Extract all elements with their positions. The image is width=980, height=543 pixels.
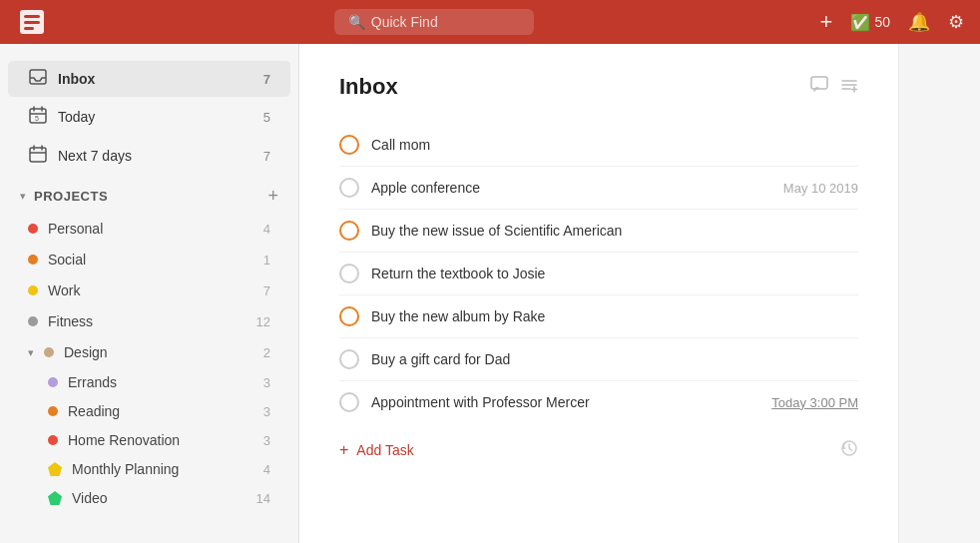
today-count: 5 [263, 110, 270, 125]
task-complete-button[interactable] [339, 178, 359, 198]
sidebar-item-design[interactable]: ▾ Design 2 [8, 337, 290, 367]
search-bar[interactable]: 🔍 Quick Find [48, 9, 820, 35]
task-date: Today 3:00 PM [771, 395, 858, 410]
task-text: Buy a gift card for Dad [371, 351, 846, 367]
main-header: Inbox [339, 74, 858, 100]
inbox-label: Inbox [58, 71, 253, 87]
sidebar-item-today[interactable]: 5 Today 5 [8, 98, 290, 136]
task-text: Call mom [371, 137, 846, 153]
task-text: Appointment with Professor Mercer [371, 394, 759, 410]
monthly-planning-count: 4 [263, 462, 270, 477]
add-task-row[interactable]: + Add Task [339, 427, 858, 473]
errands-label: Errands [68, 374, 253, 390]
svg-rect-2 [24, 21, 40, 24]
projects-label: Projects [34, 189, 259, 204]
home-renovation-label: Home Renovation [68, 432, 253, 448]
video-label: Video [72, 490, 246, 506]
task-text: Return the textbook to Josie [371, 266, 846, 281]
social-label: Social [48, 252, 253, 268]
karma-button[interactable]: ✅ 50 [850, 13, 890, 32]
fitness-dot [28, 316, 38, 326]
table-row: Apple conference May 10 2019 [339, 167, 858, 210]
task-text: Buy the new album by Rake [371, 308, 846, 324]
svg-rect-4 [30, 70, 46, 84]
search-icon: 🔍 [348, 14, 365, 30]
task-complete-button[interactable] [339, 135, 359, 155]
header-actions: + ✅ 50 🔔 ⚙ [820, 9, 964, 35]
monthly-planning-label: Monthly Planning [72, 461, 253, 477]
more-options-button[interactable] [840, 76, 858, 99]
sidebar: Inbox 7 5 Today 5 Next 7 days 7 ▾ Projec… [0, 44, 299, 543]
projects-section-header[interactable]: ▾ Projects + [0, 176, 298, 213]
personal-count: 4 [263, 222, 270, 237]
task-date: May 10 2019 [783, 181, 858, 196]
social-count: 1 [263, 253, 270, 268]
video-count: 14 [256, 491, 270, 506]
social-dot [28, 255, 38, 265]
sidebar-item-personal[interactable]: Personal 4 [8, 214, 290, 244]
table-row: Buy the new album by Rake [339, 295, 858, 338]
svg-rect-10 [30, 148, 46, 162]
main-header-actions [810, 76, 858, 99]
table-row: Return the textbook to Josie [339, 253, 858, 295]
errands-count: 3 [263, 375, 270, 390]
svg-rect-1 [24, 15, 40, 18]
add-task-label: Add Task [356, 442, 413, 458]
table-row: Appointment with Professor Mercer Today … [339, 381, 858, 423]
reading-label: Reading [68, 403, 253, 419]
task-complete-button[interactable] [339, 221, 359, 241]
task-complete-button[interactable] [339, 264, 359, 283]
task-complete-button[interactable] [339, 349, 359, 369]
home-renovation-count: 3 [263, 433, 270, 448]
monthly-planning-dot [48, 462, 62, 476]
errands-dot [48, 377, 58, 387]
next7-count: 7 [263, 149, 270, 164]
personal-label: Personal [48, 221, 253, 237]
history-icon[interactable] [840, 439, 858, 461]
karma-count: 50 [874, 14, 890, 30]
sidebar-item-monthly-planning[interactable]: Monthly Planning 4 [8, 455, 290, 483]
home-renovation-dot [48, 435, 58, 445]
app-header: 🔍 Quick Find + ✅ 50 🔔 ⚙ [0, 0, 980, 44]
work-count: 7 [263, 283, 270, 298]
fitness-label: Fitness [48, 313, 246, 329]
reading-dot [48, 406, 58, 416]
sidebar-item-work[interactable]: Work 7 [8, 275, 290, 305]
add-project-button[interactable]: + [267, 186, 278, 207]
sidebar-item-inbox[interactable]: Inbox 7 [8, 61, 290, 97]
design-chevron-icon: ▾ [28, 346, 34, 359]
video-dot [48, 491, 62, 505]
add-task-button[interactable]: + [820, 9, 833, 35]
sidebar-item-next7[interactable]: Next 7 days 7 [8, 137, 290, 175]
design-label: Design [64, 344, 253, 360]
settings-button[interactable]: ⚙ [948, 11, 964, 33]
task-text: Buy the new issue of Scientific American [371, 223, 846, 239]
main-content: Inbox [299, 44, 898, 543]
notifications-button[interactable]: 🔔 [908, 11, 930, 33]
sidebar-item-fitness[interactable]: Fitness 12 [8, 306, 290, 336]
sidebar-item-reading[interactable]: Reading 3 [8, 397, 290, 425]
task-list: Call mom Apple conference May 10 2019 Bu… [339, 124, 858, 423]
app-body: Inbox 7 5 Today 5 Next 7 days 7 ▾ Projec… [0, 44, 980, 543]
task-complete-button[interactable] [339, 306, 359, 326]
app-logo[interactable] [16, 6, 48, 38]
personal-dot [28, 224, 38, 234]
chevron-down-icon: ▾ [20, 190, 26, 203]
karma-check-icon: ✅ [850, 13, 870, 32]
today-label: Today [58, 109, 253, 125]
sidebar-item-home-renovation[interactable]: Home Renovation 3 [8, 426, 290, 454]
comment-button[interactable] [810, 76, 828, 99]
bell-icon: 🔔 [908, 11, 930, 33]
sidebar-item-social[interactable]: Social 1 [8, 245, 290, 274]
task-text: Apple conference [371, 180, 771, 196]
today-icon: 5 [28, 106, 48, 128]
fitness-count: 12 [256, 314, 270, 329]
task-complete-button[interactable] [339, 392, 359, 412]
sidebar-item-video[interactable]: Video 14 [8, 484, 290, 512]
svg-rect-3 [24, 27, 34, 30]
sidebar-item-errands[interactable]: Errands 3 [8, 368, 290, 396]
work-dot [28, 285, 38, 295]
table-row: Call mom [339, 124, 858, 167]
reading-count: 3 [263, 404, 270, 419]
svg-rect-14 [811, 77, 827, 89]
